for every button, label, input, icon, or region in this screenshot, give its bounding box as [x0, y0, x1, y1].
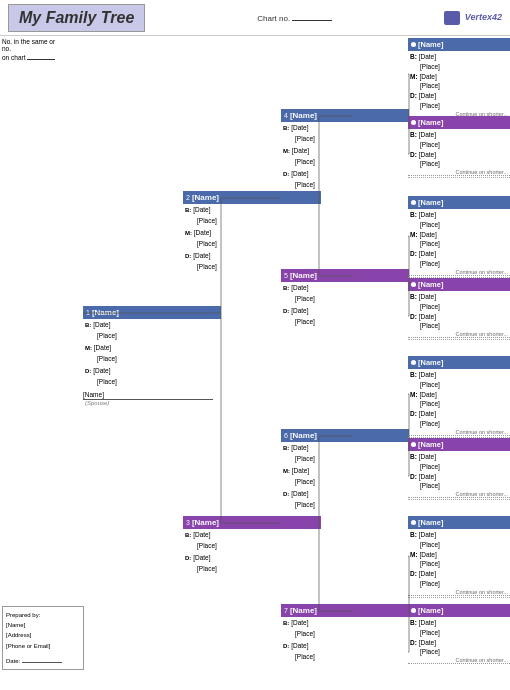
ancestor-9-name: [Name]: [418, 118, 443, 127]
person-1-num: 1: [86, 309, 90, 316]
person-5: 5 [Name] B: [Date] [Place] D: [Date] [Pl…: [281, 269, 409, 327]
person-5-name: [Name]: [290, 271, 317, 280]
page-title: My Family Tree: [19, 9, 134, 26]
bullet-9: [411, 120, 416, 125]
left-notes: No. in the same or no. on chart: [2, 38, 84, 61]
person-3: 3 [Name] B: [Date] [Place] D: [Date] [Pl…: [183, 516, 321, 574]
bullet-15: [411, 608, 416, 613]
chart-number-label: Chart no.: [257, 12, 332, 23]
person-2: 2 [Name] B: [Date] [Place] M: [Date] [Pl…: [183, 191, 321, 272]
person-1-fields: B: [Date] [Place] M: [Date] [Place] D: […: [83, 320, 221, 387]
bullet-11: [411, 282, 416, 287]
ancestor-10-name: [Name]: [418, 198, 443, 207]
person-1-name: [Name]: [92, 308, 119, 317]
person-1-spouse-name: [Name]: [83, 391, 213, 400]
person-1-spouse-label: (Spouse): [83, 400, 221, 406]
ancestor-12-name: [Name]: [418, 358, 443, 367]
person-6-name: [Name]: [290, 431, 317, 440]
bullet-8: [411, 42, 416, 47]
person-7-num: 7: [284, 607, 288, 614]
person-3-name: [Name]: [192, 518, 219, 527]
logo: Vertex42: [444, 11, 502, 25]
bullet-14: [411, 520, 416, 525]
person-2-name: [Name]: [192, 193, 219, 202]
ancestor-8-name: [Name]: [418, 40, 443, 49]
ancestor-10: [Name] B: [Date] [Place] M: [Date] [Plac…: [408, 196, 510, 278]
prepared-by-box: Prepared by: [Name] [Address] [Phone or …: [2, 606, 84, 670]
ancestor-9: [Name] B: [Date] [Place] D: [Date] [Plac…: [408, 116, 510, 178]
person-1: 1 [Name] B: [Date] [Place] M: [Date] [Pl…: [83, 306, 221, 406]
logo-icon: [444, 11, 460, 25]
ancestor-12: [Name] B: [Date] [Place] M: [Date] [Plac…: [408, 356, 510, 438]
person-4-name: [Name]: [290, 111, 317, 120]
ancestor-14-fields: B: [Date] [Place] M: [Date] [Place] D: […: [408, 530, 510, 589]
ancestor-10-fields: B: [Date] [Place] M: [Date] [Place] D: […: [408, 210, 510, 269]
chart-note: No. in the same or no. on chart: [2, 38, 84, 61]
person-6-fields: B: [Date] [Place] M: [Date] [Place] D: […: [281, 443, 409, 510]
continue-14: Continue on shorter...: [408, 589, 510, 596]
person-3-fields: B: [Date] [Place] D: [Date] [Place]: [183, 530, 321, 574]
person-2-num: 2: [186, 194, 190, 201]
ancestor-11-fields: B: [Date] [Place] D: [Date] [Place]: [408, 292, 510, 331]
continue-12: Continue on shorter...: [408, 429, 510, 436]
ancestor-15-name: [Name]: [418, 606, 443, 615]
ancestor-14-name: [Name]: [418, 518, 443, 527]
ancestor-11: [Name] B: [Date] [Place] D: [Date] [Plac…: [408, 278, 510, 340]
bullet-12: [411, 360, 416, 365]
person-5-num: 5: [284, 272, 288, 279]
continue-11: Continue on shorter...: [408, 331, 510, 338]
ancestor-14: [Name] B: [Date] [Place] M: [Date] [Plac…: [408, 516, 510, 598]
prepared-by-date: Date:: [6, 655, 80, 666]
ancestor-8-fields: B: [Date] [Place] M: [Date] [Place] D: […: [408, 52, 510, 111]
title-box: My Family Tree: [8, 4, 145, 32]
person-7-name: [Name]: [290, 606, 317, 615]
bullet-13: [411, 442, 416, 447]
person-6: 6 [Name] B: [Date] [Place] M: [Date] [Pl…: [281, 429, 409, 510]
prepared-by-label: Prepared by:: [6, 610, 80, 620]
prepared-by-phone: [Phone or Email]: [6, 641, 80, 651]
ancestor-15-fields: B: [Date] [Place] D: [Date] [Place]: [408, 618, 510, 657]
ancestor-9-fields: B: [Date] [Place] D: [Date] [Place]: [408, 130, 510, 169]
ancestor-8: [Name] B: [Date] [Place] M: [Date] [Plac…: [408, 38, 510, 120]
person-5-fields: B: [Date] [Place] D: [Date] [Place]: [281, 283, 409, 327]
continue-10: Continue on shorter...: [408, 269, 510, 276]
person-3-num: 3: [186, 519, 190, 526]
person-7: 7 [Name] B: [Date] [Place] D: [Date] [Pl…: [281, 604, 409, 662]
person-4: 4 [Name] B: [Date] [Place] M: [Date] [Pl…: [281, 109, 409, 190]
continue-9: Continue on shorter...: [408, 169, 510, 176]
continue-15: Continue on shorter...: [408, 657, 510, 664]
person-2-fields: B: [Date] [Place] M: [Date] [Place] D: […: [183, 205, 321, 272]
continue-13: Continue on shorter...: [408, 491, 510, 498]
person-4-fields: B: [Date] [Place] M: [Date] [Place] D: […: [281, 123, 409, 190]
person-6-num: 6: [284, 432, 288, 439]
ancestor-13: [Name] B: [Date] [Place] D: [Date] [Plac…: [408, 438, 510, 500]
bullet-10: [411, 200, 416, 205]
person-4-num: 4: [284, 112, 288, 119]
ancestor-15: [Name] B: [Date] [Place] D: [Date] [Plac…: [408, 604, 510, 664]
logo-text: Vertex42: [465, 12, 502, 22]
ancestor-13-name: [Name]: [418, 440, 443, 449]
header: My Family Tree Chart no. Vertex42: [0, 0, 510, 36]
ancestor-12-fields: B: [Date] [Place] M: [Date] [Place] D: […: [408, 370, 510, 429]
ancestor-13-fields: B: [Date] [Place] D: [Date] [Place]: [408, 452, 510, 491]
prepared-by-name: [Name]: [6, 620, 80, 630]
ancestor-11-name: [Name]: [418, 280, 443, 289]
person-7-fields: B: [Date] [Place] D: [Date] [Place]: [281, 618, 409, 662]
prepared-by-address: [Address]: [6, 630, 80, 640]
